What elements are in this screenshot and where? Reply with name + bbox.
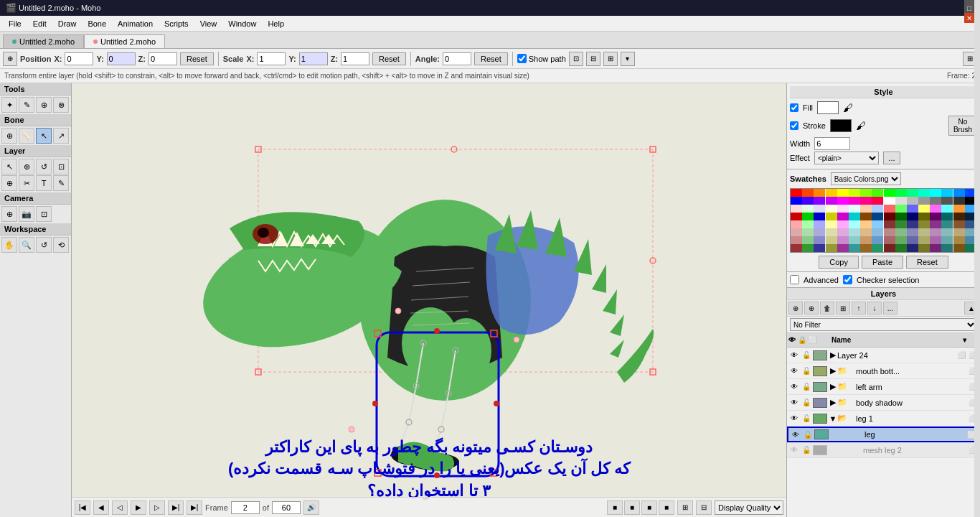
color-cell-105[interactable]	[895, 236, 907, 244]
toolbar-icon1[interactable]: ⊡	[569, 52, 583, 66]
copy-button[interactable]: Copy	[819, 256, 859, 269]
layer-row-leg[interactable]: 👁 🔓 leg ⬜	[787, 427, 980, 442]
bone-btn-1[interactable]: ⊕	[1, 128, 17, 144]
maximize-button[interactable]: □	[964, 3, 974, 13]
color-cell-118[interactable]	[860, 244, 872, 252]
color-cell-97[interactable]	[802, 236, 814, 244]
tab-untitled2[interactable]: Untitled 2.moho	[84, 34, 165, 48]
color-cell-28[interactable]	[930, 197, 941, 205]
layer-btn-5[interactable]: ⊕	[1, 175, 17, 191]
color-cell-34[interactable]	[814, 205, 825, 213]
color-cell-3[interactable]	[826, 189, 837, 197]
color-cell-42[interactable]	[907, 205, 918, 213]
bone-btn-4[interactable]: ↗	[53, 128, 69, 144]
layer-row-bodyshadow[interactable]: 👁 🔓 ▶ 📁 body shadow ⬜	[787, 395, 980, 411]
display-quality-select[interactable]: Display Quality	[715, 500, 783, 515]
vp-next-key[interactable]: ▷	[149, 500, 165, 515]
layer24-visibility[interactable]: 👁	[788, 350, 800, 361]
meshleg2-lock[interactable]: 🔓	[801, 444, 812, 456]
layer-btn-1[interactable]: ↖	[1, 159, 17, 174]
color-cell-8[interactable]	[884, 189, 895, 197]
toolbar-move-icon[interactable]: ⊕	[3, 52, 17, 66]
toolbar-icon3[interactable]: ⊞	[603, 52, 618, 66]
z-input[interactable]	[149, 52, 177, 65]
color-cell-48[interactable]	[791, 213, 802, 220]
color-cell-16[interactable]	[791, 197, 802, 205]
color-cell-62[interactable]	[953, 213, 965, 220]
color-cell-35[interactable]	[826, 205, 837, 213]
color-cell-75[interactable]	[918, 220, 930, 228]
color-cell-81[interactable]	[802, 228, 814, 236]
color-cell-122[interactable]	[907, 244, 918, 252]
tool-btn-3[interactable]: ⊕	[36, 97, 52, 113]
paste-button[interactable]: Paste	[862, 256, 903, 269]
layer-row-leg1[interactable]: 👁 🔓 ▼ 📂 leg 1 ⬜	[787, 411, 980, 427]
reset1-button[interactable]: Reset	[180, 52, 214, 65]
color-cell-13[interactable]	[941, 189, 953, 197]
color-cell-69[interactable]	[849, 220, 860, 228]
color-cell-61[interactable]	[941, 213, 953, 220]
color-cell-78[interactable]	[953, 220, 965, 228]
layer-row-leftarm[interactable]: 👁 🔓 ▶ 📁 left arm ⬜	[787, 379, 980, 395]
color-cell-104[interactable]	[884, 236, 895, 244]
color-cell-53[interactable]	[849, 213, 860, 220]
layer-btn-4[interactable]: ⊡	[53, 159, 69, 174]
layer-row-meshleg2[interactable]: 👁 🔓 mesh leg 2 ⬜	[787, 442, 980, 458]
color-cell-125[interactable]	[941, 244, 953, 252]
tool-btn-2[interactable]: ✎	[19, 97, 34, 113]
color-cell-24[interactable]	[884, 197, 895, 205]
color-cell-77[interactable]	[941, 220, 953, 228]
color-cell-22[interactable]	[860, 197, 872, 205]
scale-y-input[interactable]	[299, 52, 328, 65]
vp-first-frame[interactable]: |◀	[75, 500, 90, 515]
layer-btn-7[interactable]: T	[36, 175, 52, 191]
vp-last-frame[interactable]: ▶|	[187, 500, 202, 515]
layers-tool-4[interactable]: ⊞	[836, 302, 850, 315]
color-cell-7[interactable]	[872, 189, 883, 197]
color-cell-32[interactable]	[791, 205, 802, 213]
fill-paint-icon[interactable]: 🖌	[843, 102, 853, 113]
color-cell-5[interactable]	[849, 189, 860, 197]
color-cell-51[interactable]	[826, 213, 837, 220]
vp-next-frame[interactable]: ▶|	[168, 500, 184, 515]
menu-file[interactable]: File	[3, 18, 27, 29]
mouthbott-lock[interactable]: 🔓	[801, 365, 812, 377]
stroke-paint-icon[interactable]: 🖌	[856, 120, 866, 131]
checker-checkbox[interactable]	[843, 275, 852, 284]
color-cell-99[interactable]	[826, 236, 837, 244]
color-cell-113[interactable]	[802, 244, 814, 252]
color-cell-39[interactable]	[872, 205, 883, 213]
show-path-checkbox[interactable]: Show path	[517, 54, 566, 63]
effect-more-button[interactable]: ...	[883, 152, 900, 164]
leftarm-visibility[interactable]: 👁	[788, 381, 800, 393]
color-cell-74[interactable]	[907, 220, 918, 228]
bodyshadow-expand[interactable]: ▶	[829, 398, 837, 407]
layer24-lock[interactable]: 🔓	[801, 350, 812, 361]
color-cell-23[interactable]	[872, 197, 883, 205]
color-cell-86[interactable]	[860, 228, 872, 236]
color-cell-67[interactable]	[826, 220, 837, 228]
menu-scripts[interactable]: Scripts	[159, 18, 194, 29]
color-cell-26[interactable]	[907, 197, 918, 205]
y-input[interactable]	[107, 52, 136, 65]
color-cell-80[interactable]	[791, 228, 802, 236]
color-cell-70[interactable]	[860, 220, 872, 228]
workspace-btn-1[interactable]: ✋	[1, 237, 17, 253]
vp-q2[interactable]: ■	[624, 500, 640, 515]
scale-z-input[interactable]	[341, 52, 369, 65]
color-cell-76[interactable]	[930, 220, 941, 228]
color-cell-25[interactable]	[895, 197, 907, 205]
vp-q1[interactable]: ■	[607, 500, 623, 515]
layer-btn-8[interactable]: ✎	[53, 175, 69, 191]
color-cell-37[interactable]	[849, 205, 860, 213]
color-cell-119[interactable]	[872, 244, 883, 252]
layers-scrollbar[interactable]	[974, 288, 980, 517]
layer24-expand[interactable]: ▶	[829, 350, 837, 360]
color-cell-96[interactable]	[791, 236, 802, 244]
bone-btn-2[interactable]: 🦴	[19, 128, 34, 144]
filter-select[interactable]: No Filter	[790, 318, 977, 331]
color-cell-73[interactable]	[895, 220, 907, 228]
color-cell-98[interactable]	[814, 236, 825, 244]
color-cell-115[interactable]	[826, 244, 837, 252]
color-cell-55[interactable]	[872, 213, 883, 220]
